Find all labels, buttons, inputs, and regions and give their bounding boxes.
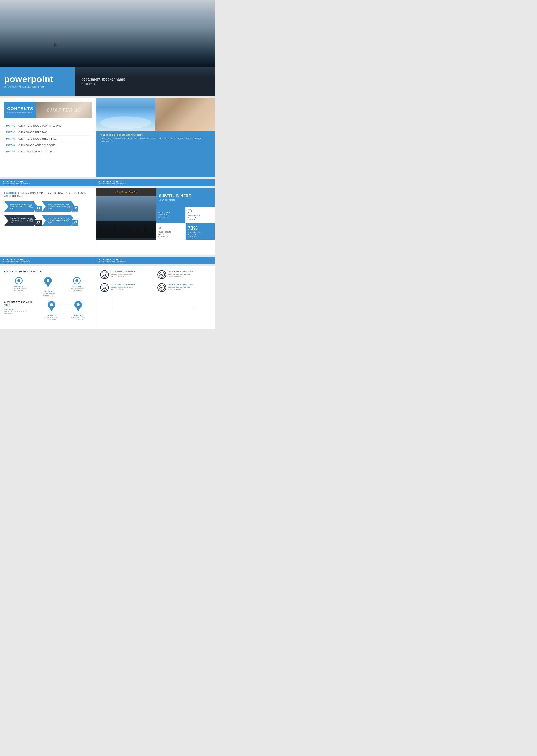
timeline-item-2: SUBTITLE CLICK ADD YOURCONTENTS <box>33 277 62 297</box>
timeline-drop-dot <box>47 279 49 282</box>
connect-line-bottom <box>113 308 194 308</box>
num-desc-04: DESCRIPTION SENTENCESABOUT THIS PART <box>168 286 193 290</box>
num-label-03: 03 <box>160 273 163 276</box>
person-silhouette <box>121 231 124 237</box>
airport-panel: C6-C7 ● C8-C9 <box>96 188 215 255</box>
section2-header-right-box: SUBTITLE IN HERE CLICK HERE TO ADD YOUR … <box>96 257 215 265</box>
timeline-drop-triangle <box>46 284 50 287</box>
timeline-main-title: CLICK HERE TO ADD YOUR TITLE <box>4 270 92 273</box>
num-desc-03: DESCRIPTION SENTENCESABOUT THIS PART <box>168 273 193 277</box>
num-text-area-03: CLICK HERE TO ADD YOUR DESCRIPTION SENTE… <box>168 270 193 277</box>
person-silhouette <box>151 231 154 237</box>
badge-label-03: YOURCONTENTS <box>35 223 42 226</box>
timeline-sub-title: CLICK ADD YOUR SUBTITLECONTENTS <box>4 311 36 315</box>
list-item: PART 03 CLICK HERE TO ADD TITLE THREE <box>6 136 90 142</box>
timeline-item-3: SUBTITLE CLICK ADD YOURCONTENTS <box>62 277 92 292</box>
contents-list: PART 01 CLICK HERE TO ADD YOUR TITLE ONE… <box>4 123 92 155</box>
part-label: PART 01 <box>6 125 17 127</box>
tl-label-5: SUBTITLE <box>74 314 83 316</box>
badge-label-02: YOURCONTENTS <box>72 209 79 212</box>
timeline-item-1: SUBTITLE CLICK ADD YOURCONTENTS <box>4 277 33 292</box>
person-silhouette <box>129 229 131 237</box>
timeline-drop-circle-4 <box>48 301 55 309</box>
section-header-left: SUBTITLE IN HERE CLICK HERE TO ADD YOUR … <box>0 179 96 187</box>
timeline-sub-2: CLICK ADD YOURCONTENTS <box>41 292 55 297</box>
info-cell-4-text: CLICK HERE TOADD YOURCONTENTS <box>188 231 213 238</box>
section2-header-right-title: SUBTITLE IN HERE <box>99 258 212 261</box>
part01-label: PART 01 CLICK HERE TO ADD YOUR TITLE <box>100 134 211 136</box>
diagram-content: SUBTITLE. THIS IS A SUMMARY PART. CLICK … <box>0 188 96 255</box>
subtitl-box: SUBTITL IN HERE YOUR CONTENTS <box>156 188 215 207</box>
badge-num-03: 03 <box>37 220 40 223</box>
num-circle-04: 04 <box>157 283 166 292</box>
contents-header: CONTENTS 简约精致扁平化商务通用动画PPT模板 <box>4 102 92 118</box>
part01-description: THIS IS A SUMMARY PART. CLICK TO ADD YOU… <box>100 137 211 143</box>
info-cell-1-text: CLICK HERE TOADD YOURCONTENTS <box>158 211 183 219</box>
badge-num-01: 01 <box>37 206 40 209</box>
num-circle-01: 01 <box>100 270 109 279</box>
mail-icon: ✉ <box>158 226 183 230</box>
section-header-left-sub: CLICK HERE TO ADD YOUR TITLE <box>3 183 93 185</box>
contents-panel: CONTENTS 简约精致扁平化商务通用动画PPT模板 PART 01 CLIC… <box>0 98 96 177</box>
num-circle-03: 03 <box>157 270 166 279</box>
timeline-drop-dot-5 <box>77 303 80 306</box>
list-item-text: CLICK TO ADD YOUR TITLE FIVE <box>18 150 54 153</box>
summary-text: SUBTITLE. THIS IS A SUMMARY PART. CLICK … <box>4 191 92 198</box>
circle-icon: ○ <box>188 209 192 213</box>
badge-num-04: 04 <box>74 220 77 223</box>
info-cell-2-text: CLICK HERE TOADD YOURCONTENTS <box>188 214 213 221</box>
person-silhouette <box>106 230 108 237</box>
num-item-02: 02 CLICK HERE TO ADD YOUR DESCRIPTION SE… <box>100 283 153 292</box>
hero-subtitle-cn: 简约精致扁平化商务通用动画ppt模板 <box>4 85 71 88</box>
airport-content-box: C6-C7 ● C8-C9 <box>96 188 215 240</box>
tl-label-4: SUBTITLE <box>47 314 56 316</box>
timeline-dot-1 <box>17 279 20 282</box>
hero-main-title: powerpoint <box>4 74 71 84</box>
num-desc-02: DESCRIPTION SENTENCESABOUT THIS PART <box>110 286 136 290</box>
numbered-panel: 01 CLICK HERE TO ADD YOUR DESCRIPTION SE… <box>96 266 215 329</box>
section2-header-left-title: SUBTITLE IN HERE <box>3 258 93 261</box>
part01-part-num: PART 01 <box>100 134 109 136</box>
section-header-right-box: SUBTITLE IN HERE CLICK HERE TO ADD YOUR … <box>96 179 215 187</box>
sailboat-icon <box>54 43 56 47</box>
center-02-badge: 02 YOURCONTENTS <box>72 206 79 213</box>
num-label-01: 01 <box>103 273 106 276</box>
section-header-right-title: SUBTITLE IN HERE <box>99 180 212 183</box>
circle-icon-symbol: ○ <box>189 210 190 212</box>
person-silhouette <box>144 228 146 237</box>
num-circle-02: 02 <box>100 283 109 292</box>
timeline-bottom-drops: SUBTITLE CLICK ADD YOURCONTENTS SUBTITLE… <box>38 301 92 321</box>
contents-inner: CONTENTS 简约精致扁平化商务通用动画PPT模板 PART 01 CLIC… <box>0 98 96 177</box>
list-item-text: CLICK HERE TO ADD YOUR TITLE ONE <box>18 124 61 127</box>
list-item: PART 04 CLICK TO ADD YOUR TITLE FOUR <box>6 142 90 148</box>
timeline-click-title: CLICK HERE TO ADD YOUR TITLE <box>4 301 36 307</box>
airport-info-box: SUBTITL IN HERE YOUR CONTENTS CLICK HERE… <box>156 188 215 240</box>
timeline-sub-1: CLICK ADD YOURCONTENTS <box>12 288 26 292</box>
section2-header-right-sub: CLICK HERE TO ADD YOUR TITLE <box>99 261 212 263</box>
part01-image-book <box>155 98 215 131</box>
hero-background-image <box>0 0 215 67</box>
num-item-03: 03 CLICK HERE TO ADD YOUR DESCRIPTION SE… <box>157 270 211 279</box>
person-silhouette <box>136 230 139 237</box>
section2-header-right: SUBTITLE IN HERE CLICK HERE TO ADD YOUR … <box>96 257 215 265</box>
timeline-drop-circle <box>44 277 52 284</box>
section-header-left-box: SUBTITLE IN HERE CLICK HERE TO ADD YOUR … <box>0 179 96 187</box>
silhouettes-group <box>96 222 156 238</box>
section2-header-left-box: SUBTITLE IN HERE CLICK HERE TO ADD YOUR … <box>0 257 96 265</box>
airport-photo-body <box>96 196 156 238</box>
summary-prefix: SUBTITLE. <box>7 192 17 194</box>
badge-label-04: YOURCONTENTS <box>72 223 79 226</box>
contents-book-image <box>36 102 92 118</box>
arrow-item-01: CLICK HERE TO ADD YOURCONTENTS ABOUT THI… <box>4 201 38 212</box>
contents-subtitle: 简约精致扁平化商务通用动画PPT模板 <box>7 112 33 114</box>
timeline-label-title: SUBTITLE <box>4 309 36 311</box>
contents-title-box: CONTENTS 简约精致扁平化商务通用动画PPT模板 <box>4 102 36 118</box>
arrow-item-03: CLICK HERE TO ADD YOURCONTENTS ABOUT THI… <box>4 215 38 226</box>
center-03-badge: 03 YOURCONTENTS <box>35 219 42 227</box>
hero-speaker: department speaker name <box>81 77 125 82</box>
num-item-01: 01 CLICK HERE TO ADD YOUR DESCRIPTION SE… <box>100 270 153 279</box>
timeline-row-top: SUBTITLE CLICK ADD YOURCONTENTS SUBTITLE… <box>4 277 92 297</box>
timeline-drop-2 <box>43 277 53 289</box>
airport-photo: C6-C7 ● C8-C9 <box>96 188 156 240</box>
part-label: PART 05 <box>6 150 17 153</box>
